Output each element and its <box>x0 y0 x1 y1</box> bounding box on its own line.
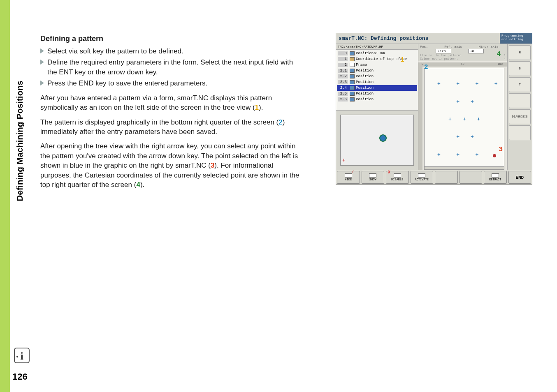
right-main-column: Pos. Ref. axis Minor axis +120 +0 Line n… <box>418 44 507 170</box>
tree-row-number: 2.4 <box>338 86 348 90</box>
graphic-canvas: + + + + + + + + + + + + + + <box>424 68 504 167</box>
bullet-item: Press the END key to save the entered pa… <box>40 78 304 88</box>
file-path-label: TNC:\smarTNC\PATDUMP.HP <box>336 44 418 50</box>
para-text: ). <box>259 104 263 111</box>
point-marker-icon: + <box>456 82 460 86</box>
softkey-label-top: RETRACT <box>489 178 501 181</box>
softkey-1[interactable]: SHOW <box>362 171 385 184</box>
tree-row-icon <box>350 57 355 61</box>
callout-overlay-4: 4 <box>497 51 501 58</box>
tree-row-number: 2.5 <box>338 92 348 96</box>
softkey-4[interactable] <box>435 171 458 184</box>
tick-100: 100 <box>497 62 503 66</box>
page-number: 126 <box>12 371 28 382</box>
graphic-preview-pane[interactable]: 0 50 100 + + + + + + + + <box>418 61 507 170</box>
tree-row[interactable]: 2.4Position <box>337 85 417 91</box>
tick-50: 50 <box>461 62 464 66</box>
point-marker-icon: + <box>471 100 475 104</box>
preview-thumbnail-pane: + <box>336 111 418 170</box>
bullet-triangle-icon <box>40 81 44 85</box>
screenshot-right-pane: Pos. Ref. axis Minor axis +120 +0 Line n… <box>418 44 532 170</box>
horizontal-scrollbar[interactable] <box>424 166 504 170</box>
softkey-icon <box>394 173 401 178</box>
paragraph: After you have entered a pattern via a f… <box>40 93 304 113</box>
tree-row[interactable]: 2.1Position <box>337 68 417 74</box>
tree-row-label: Coordinate of top :face <box>356 57 407 61</box>
bullet-item: Select via soft key the pattern to be de… <box>40 46 304 56</box>
side-tab-m[interactable]: M <box>509 45 531 60</box>
softkey-0[interactable]: HIDE <box>337 171 360 184</box>
point-marker-icon: + <box>456 153 460 157</box>
callout-ref-1: 1 <box>255 104 259 111</box>
tree-row-icon <box>350 80 355 84</box>
point-marker-icon: + <box>477 118 481 122</box>
point-marker-icon: + <box>471 135 475 139</box>
softkey-label: END <box>515 175 524 180</box>
softkey-6[interactable]: RETRACT <box>484 171 507 184</box>
ruler-top: 0 50 100 <box>418 62 507 67</box>
tree-row-icon <box>350 74 355 78</box>
hdr-refaxis-label: Ref. axis <box>444 45 462 48</box>
point-marker-icon: + <box>476 82 480 86</box>
tree-row-icon <box>350 86 355 90</box>
thumbnail-selected-dot-icon <box>379 134 387 142</box>
line-no-label: Line no. in the pattern: <box>420 54 462 57</box>
refaxis-value-input[interactable]: +120 <box>436 49 451 53</box>
info-icon: i <box>14 348 30 363</box>
program-tree[interactable]: 0Positions: mm1Coordinate of top :face2F… <box>336 50 418 111</box>
tree-row[interactable]: 2Frame <box>337 62 417 68</box>
softkey-7[interactable]: END <box>508 171 531 184</box>
point-marker-icon: + <box>463 118 467 122</box>
callout-overlay-2: 2 <box>424 64 428 71</box>
callout-ref-2: 2 <box>278 118 282 126</box>
point-marker-icon: + <box>476 153 480 157</box>
tree-row-label: Position <box>356 74 374 78</box>
tree-row-label: Frame <box>356 63 367 67</box>
tree-row[interactable]: 2.3Position <box>337 79 417 85</box>
tree-row[interactable]: 0Positions: mm <box>337 51 417 56</box>
bullet-triangle-icon <box>40 48 44 53</box>
tree-row-label: Positions: mm <box>356 51 385 55</box>
softkey-3[interactable]: ACTIVATE <box>411 171 434 184</box>
tree-row[interactable]: 2.5Position <box>337 91 417 97</box>
callout-overlay-1: 1 <box>400 56 404 64</box>
bullet-text: Define the required entry parameters in … <box>47 58 304 77</box>
slash-mark-icon: / <box>351 170 354 175</box>
tree-row[interactable]: 2.2Position <box>337 74 417 79</box>
thumbnail-canvas: + <box>340 115 414 166</box>
side-tab-extra[interactable] <box>509 125 531 140</box>
softkey-5[interactable] <box>460 171 483 184</box>
point-marker-icon: + <box>448 118 453 122</box>
side-tab-tool[interactable] <box>509 93 531 108</box>
side-tab-t[interactable]: T <box>509 77 531 92</box>
tree-row-label: Position <box>356 80 374 84</box>
screenshot-left-pane: TNC:\smarTNC\PATDUMP.HP 0Positions: mm1C… <box>336 44 418 170</box>
ruler-left <box>418 67 422 170</box>
softkey-label: HIDE <box>345 178 352 181</box>
tree-row[interactable]: 1Coordinate of top :face <box>337 56 417 62</box>
tree-row-number: 0 <box>338 51 348 55</box>
softkey-label: ACTIVATE <box>415 178 429 181</box>
embedded-screenshot: smarT.NC: Defining positions Programming… <box>336 33 532 185</box>
point-marker-icon: + <box>494 82 499 86</box>
tree-row[interactable]: 2.6Position <box>337 97 417 102</box>
side-tab-s[interactable]: S <box>509 61 531 76</box>
col-no-value: 4 <box>504 57 506 60</box>
callout-ref-4: 4 <box>136 181 140 189</box>
para-text: The pattern is displayed graphically in … <box>40 118 278 126</box>
side-tab-diagnosis[interactable]: DIAGNOSIS <box>509 109 531 124</box>
tree-row-icon <box>350 63 355 67</box>
minoraxis-value-input[interactable]: +0 <box>468 49 484 53</box>
tree-row-number: 1 <box>338 57 348 61</box>
tree-row-label: Position <box>356 92 374 96</box>
softkey-label: SHOW <box>369 178 376 181</box>
origin-marker-icon: + <box>342 158 345 164</box>
tree-row-number: 2.3 <box>338 80 348 84</box>
screenshot-mode-badge: Programming and editing <box>500 33 532 44</box>
tree-row-icon <box>350 92 355 96</box>
subsection-heading: Defining a pattern <box>40 34 304 44</box>
tree-row-icon <box>350 51 355 55</box>
bullet-item: Define the required entry parameters in … <box>40 58 304 77</box>
tree-row-number: 2 <box>338 63 348 67</box>
tree-row-number: 2.2 <box>338 74 348 78</box>
